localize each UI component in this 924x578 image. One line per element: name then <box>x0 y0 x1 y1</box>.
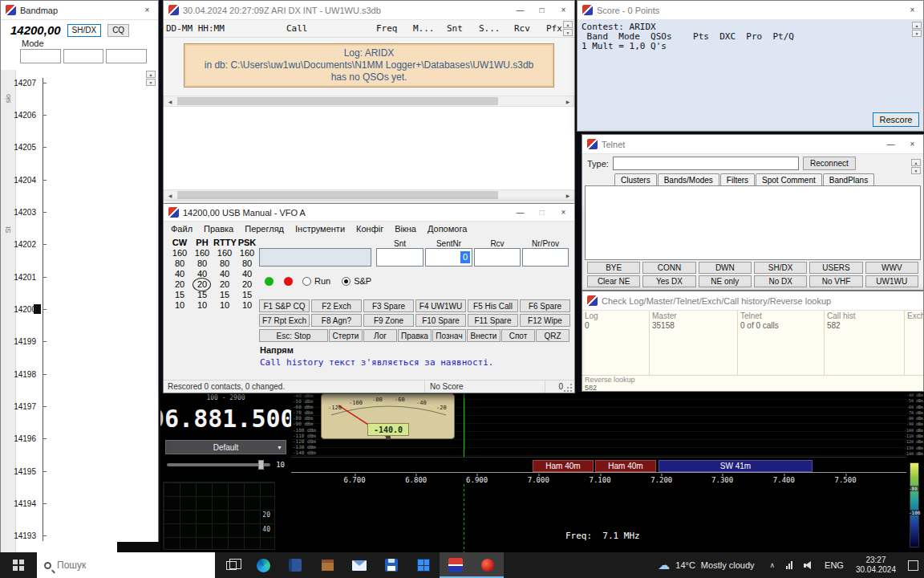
bandmap-frequency-row[interactable]: 14198 <box>1 369 158 379</box>
sdr-taskbar-button[interactable] <box>472 552 504 578</box>
profile-dropdown[interactable]: Default ▼ <box>165 440 286 454</box>
bandmap-frequency-row[interactable]: 14203 <box>1 207 158 217</box>
band-segment[interactable]: SW 41m <box>659 460 813 472</box>
scroll-right-icon[interactable]: ▶ <box>562 190 573 200</box>
function-key-button[interactable]: F1 S&P CQ <box>259 299 310 312</box>
tuned-frequency-display[interactable]: 06.881.500 <box>160 402 291 436</box>
telnet-command-button[interactable]: NE only <box>699 275 752 287</box>
entry-action-button[interactable]: Esc: Stop <box>259 329 328 342</box>
band-segment[interactable]: Ham 40m <box>533 460 594 472</box>
scroll-left-icon[interactable]: ◀ <box>164 96 176 106</box>
pinned-app-button-3[interactable] <box>375 552 407 578</box>
menu-item[interactable]: Вікна <box>389 224 422 234</box>
close-icon[interactable]: × <box>553 1 574 19</box>
telnet-command-button[interactable]: Yes DX <box>642 275 695 287</box>
entry-action-button[interactable]: Внести <box>467 329 500 342</box>
telnet-command-button[interactable]: SH/DX <box>754 262 807 274</box>
function-key-button[interactable]: F6 Spare <box>520 299 570 312</box>
telnet-command-button[interactable]: DWN <box>699 262 752 274</box>
weather-widget[interactable]: ☁ 14°C Mostly cloudy <box>648 552 764 578</box>
scrollbar-track[interactable] <box>176 190 562 200</box>
telnet-command-input[interactable] <box>613 157 799 170</box>
band-cell[interactable]: 80 <box>191 258 213 268</box>
reconnect-button[interactable]: Reconnect <box>803 157 856 170</box>
maximize-icon[interactable]: □ <box>531 1 553 19</box>
bandmap-frequency-row[interactable]: 14195 <box>1 466 158 476</box>
taskbar-search[interactable] <box>37 552 215 578</box>
log-horizontal-scrollbar-2[interactable]: ◀ ▶ <box>164 189 574 201</box>
log-column-header[interactable]: Freq <box>374 23 411 34</box>
scroll-right-icon[interactable]: ▶ <box>562 96 573 106</box>
log-column-header[interactable]: S... <box>476 23 512 34</box>
tray-show-hidden-icons[interactable]: ∧ <box>764 552 781 578</box>
entry-action-button[interactable]: QRZ <box>536 329 569 342</box>
band-cell[interactable]: 20 <box>213 279 236 289</box>
maximize-icon[interactable]: □ <box>531 204 553 221</box>
score-titlebar[interactable]: Score - 0 Points × <box>578 1 923 20</box>
telnet-tab[interactable]: Spot Comment <box>756 173 822 185</box>
telnet-command-button[interactable]: CONN <box>642 262 695 274</box>
mode-input[interactable] <box>20 49 61 63</box>
telnet-command-button[interactable]: UW1WU <box>865 275 918 287</box>
log-horizontal-scrollbar[interactable]: ◀ ▶ <box>164 96 574 107</box>
band-cell[interactable]: 10 <box>168 300 191 310</box>
bandmap-frequency-row[interactable]: 14197 <box>1 401 158 411</box>
cq-button[interactable]: CQ <box>107 24 129 37</box>
band-cell[interactable]: 160 <box>213 248 236 258</box>
menu-item[interactable]: Перегляд <box>239 224 290 234</box>
band-cell[interactable]: 10 <box>213 300 236 310</box>
bandmap-frequency-row[interactable]: 14206 <box>1 110 158 120</box>
log-column-header[interactable]: Snt <box>444 23 476 34</box>
run-radio[interactable]: Run <box>302 276 330 286</box>
band-cell[interactable]: 40 <box>236 269 258 279</box>
slider-track[interactable] <box>167 463 270 466</box>
check-pane[interactable]: Exch <box>905 311 923 375</box>
telnet-command-button[interactable]: Clear NE <box>587 275 640 287</box>
spectrum-display[interactable]: -40 dBm-50 dBm-60 dBm-70 dBm-80 dBm-90 d… <box>291 392 906 458</box>
menu-item[interactable]: Файл <box>165 224 198 234</box>
band-cell[interactable]: 15 <box>191 290 213 299</box>
bandmap-spinner[interactable]: ▲▼ <box>146 71 156 86</box>
bandmap-frequency-row[interactable]: 14194 <box>1 499 158 508</box>
telnet-tab[interactable]: Bands/Modes <box>658 173 719 185</box>
telnet-output-area[interactable] <box>585 185 921 260</box>
pinned-app-button-4[interactable] <box>407 552 440 578</box>
telnet-tab[interactable]: Filters <box>720 173 755 185</box>
nrprov-field[interactable] <box>522 248 569 267</box>
waterfall[interactable]: Freq: 7.1 MHz <box>291 484 906 552</box>
bandmap-frequency-row[interactable]: 14204 <box>1 175 158 185</box>
check-pane[interactable]: Call hist 582 <box>825 311 905 375</box>
taskbar-clock[interactable]: 23:27 30.04.2024 <box>849 552 902 578</box>
bandmap-frequency-row[interactable]: 14201 <box>1 272 158 282</box>
bandmap-frequency-row[interactable]: 14205 <box>1 143 158 153</box>
close-icon[interactable]: × <box>136 1 158 19</box>
function-key-button[interactable]: F8 Agn? <box>311 314 362 327</box>
telnet-command-button[interactable]: WWV <box>865 262 918 274</box>
function-key-button[interactable]: F2 Exch <box>311 299 362 312</box>
entry-action-button[interactable]: Стерти <box>329 329 363 342</box>
menu-item[interactable]: Конфіг <box>351 224 389 234</box>
menu-item[interactable]: Допомога <box>422 224 472 234</box>
language-indicator[interactable]: ENG <box>819 552 849 578</box>
bandmap-frequency-row[interactable]: 14193 <box>1 531 158 541</box>
bandmap-frequency-row[interactable]: 14207 <box>1 78 158 88</box>
scrollbar-thumb[interactable] <box>177 97 498 105</box>
minimize-icon[interactable]: — <box>880 135 902 153</box>
check-pane[interactable]: Master 35158 <box>650 311 738 375</box>
log-spinner[interactable]: ▲▼ <box>563 21 573 36</box>
minimize-icon[interactable]: — <box>509 1 531 19</box>
function-key-button[interactable]: F5 His Call <box>468 299 518 312</box>
band-cell[interactable]: 15 <box>236 290 258 299</box>
score-spinner[interactable]: ▲▼ <box>912 22 922 37</box>
close-icon[interactable]: × <box>902 1 923 19</box>
scrollbar-track[interactable] <box>176 96 562 106</box>
telnet-tab[interactable]: Clusters <box>614 173 657 185</box>
band-segment[interactable]: Ham 40m <box>595 460 656 472</box>
entry-action-button[interactable]: Познач <box>432 329 466 342</box>
shdx-button[interactable]: SH/DX <box>67 24 102 37</box>
function-key-button[interactable]: F9 Zone <box>363 314 414 327</box>
band-cell[interactable]: 80 <box>236 258 258 268</box>
function-key-button[interactable]: F10 Spare <box>415 314 466 327</box>
log-titlebar[interactable]: 30.04.2024 20:27:09Z ARI DX INT - UW1WU.… <box>164 1 574 20</box>
band-cell[interactable]: 20 <box>191 279 213 289</box>
